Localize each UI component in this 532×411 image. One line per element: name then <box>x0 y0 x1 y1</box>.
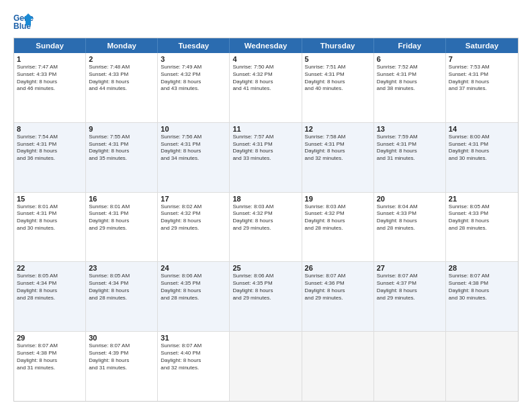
day-cell-6: 6Sunrise: 7:52 AMSunset: 4:31 PMDaylight… <box>374 53 446 122</box>
day-number: 17 <box>161 195 226 203</box>
page-header: General Blue <box>13 12 519 31</box>
day-number: 2 <box>89 55 154 63</box>
day-info: Sunrise: 7:53 AMSunset: 4:31 PMDaylight:… <box>449 64 515 93</box>
day-number: 3 <box>161 55 226 63</box>
day-number: 29 <box>17 334 83 342</box>
day-number: 25 <box>232 264 298 272</box>
day-info: Sunrise: 7:49 AMSunset: 4:32 PMDaylight:… <box>161 64 226 93</box>
day-number: 4 <box>232 55 298 63</box>
day-number: 22 <box>17 264 83 272</box>
empty-cell-4-5 <box>374 332 446 401</box>
day-cell-16: 16Sunrise: 8:01 AMSunset: 4:31 PMDayligh… <box>86 193 158 262</box>
day-cell-14: 14Sunrise: 8:00 AMSunset: 4:31 PMDayligh… <box>446 123 518 192</box>
day-cell-11: 11Sunrise: 7:57 AMSunset: 4:31 PMDayligh… <box>230 123 302 192</box>
day-number: 21 <box>449 195 515 203</box>
day-cell-13: 13Sunrise: 7:59 AMSunset: 4:31 PMDayligh… <box>374 123 446 192</box>
day-number: 11 <box>232 125 298 133</box>
day-info: Sunrise: 7:59 AMSunset: 4:31 PMDaylight:… <box>377 134 443 163</box>
day-info: Sunrise: 7:52 AMSunset: 4:31 PMDaylight:… <box>377 64 443 93</box>
calendar-row-3: 15Sunrise: 8:01 AMSunset: 4:31 PMDayligh… <box>14 192 518 262</box>
day-cell-26: 26Sunrise: 8:07 AMSunset: 4:36 PMDayligh… <box>302 262 374 331</box>
day-cell-31: 31Sunrise: 8:07 AMSunset: 4:40 PMDayligh… <box>158 332 230 401</box>
day-number: 15 <box>17 195 83 203</box>
day-number: 5 <box>305 55 371 63</box>
day-number: 24 <box>161 264 226 272</box>
day-info: Sunrise: 7:47 AMSunset: 4:33 PMDaylight:… <box>17 64 83 93</box>
day-info: Sunrise: 8:03 AMSunset: 4:32 PMDaylight:… <box>232 203 298 232</box>
day-info: Sunrise: 8:07 AMSunset: 4:39 PMDaylight:… <box>89 342 154 371</box>
day-cell-2: 2Sunrise: 7:48 AMSunset: 4:33 PMDaylight… <box>86 53 158 122</box>
day-info: Sunrise: 8:07 AMSunset: 4:36 PMDaylight:… <box>305 273 371 302</box>
day-cell-24: 24Sunrise: 8:06 AMSunset: 4:35 PMDayligh… <box>158 262 230 331</box>
day-cell-10: 10Sunrise: 7:56 AMSunset: 4:31 PMDayligh… <box>158 123 230 192</box>
day-cell-23: 23Sunrise: 8:05 AMSunset: 4:34 PMDayligh… <box>86 262 158 331</box>
day-info: Sunrise: 8:07 AMSunset: 4:38 PMDaylight:… <box>17 342 83 371</box>
day-info: Sunrise: 8:07 AMSunset: 4:37 PMDaylight:… <box>377 273 443 302</box>
header-day-thursday: Thursday <box>302 38 374 53</box>
day-cell-17: 17Sunrise: 8:02 AMSunset: 4:32 PMDayligh… <box>158 193 230 262</box>
day-info: Sunrise: 8:05 AMSunset: 4:33 PMDaylight:… <box>449 203 515 232</box>
day-cell-21: 21Sunrise: 8:05 AMSunset: 4:33 PMDayligh… <box>446 193 518 262</box>
day-cell-8: 8Sunrise: 7:54 AMSunset: 4:31 PMDaylight… <box>14 123 86 192</box>
day-number: 12 <box>305 125 371 133</box>
day-info: Sunrise: 8:01 AMSunset: 4:31 PMDaylight:… <box>17 203 83 232</box>
day-cell-18: 18Sunrise: 8:03 AMSunset: 4:32 PMDayligh… <box>230 193 302 262</box>
day-cell-7: 7Sunrise: 7:53 AMSunset: 4:31 PMDaylight… <box>446 53 518 122</box>
day-number: 28 <box>449 264 515 272</box>
day-cell-29: 29Sunrise: 8:07 AMSunset: 4:38 PMDayligh… <box>14 332 86 401</box>
day-number: 6 <box>377 55 443 63</box>
day-cell-3: 3Sunrise: 7:49 AMSunset: 4:32 PMDaylight… <box>158 53 230 122</box>
day-number: 10 <box>161 125 226 133</box>
day-cell-20: 20Sunrise: 8:04 AMSunset: 4:33 PMDayligh… <box>374 193 446 262</box>
header-day-sunday: Sunday <box>14 38 86 53</box>
header-day-saturday: Saturday <box>446 38 518 53</box>
day-number: 13 <box>377 125 443 133</box>
day-info: Sunrise: 7:56 AMSunset: 4:31 PMDaylight:… <box>161 134 226 163</box>
calendar-page: General Blue SundayMondayTuesdayWednesda… <box>0 0 532 411</box>
day-cell-9: 9Sunrise: 7:55 AMSunset: 4:31 PMDaylight… <box>86 123 158 192</box>
logo-icon: General Blue <box>13 12 34 31</box>
day-cell-5: 5Sunrise: 7:51 AMSunset: 4:31 PMDaylight… <box>302 53 374 122</box>
empty-cell-4-6 <box>446 332 518 401</box>
day-number: 1 <box>17 55 83 63</box>
day-info: Sunrise: 8:04 AMSunset: 4:33 PMDaylight:… <box>377 203 443 232</box>
day-info: Sunrise: 8:05 AMSunset: 4:34 PMDaylight:… <box>89 273 154 302</box>
logo: General Blue <box>13 12 36 31</box>
day-info: Sunrise: 8:06 AMSunset: 4:35 PMDaylight:… <box>161 273 226 302</box>
day-number: 27 <box>377 264 443 272</box>
calendar-row-4: 22Sunrise: 8:05 AMSunset: 4:34 PMDayligh… <box>14 261 518 331</box>
day-info: Sunrise: 7:50 AMSunset: 4:32 PMDaylight:… <box>232 64 298 93</box>
day-info: Sunrise: 8:07 AMSunset: 4:38 PMDaylight:… <box>449 273 515 302</box>
day-cell-12: 12Sunrise: 7:58 AMSunset: 4:31 PMDayligh… <box>302 123 374 192</box>
calendar-row-1: 1Sunrise: 7:47 AMSunset: 4:33 PMDaylight… <box>14 53 518 122</box>
day-info: Sunrise: 8:03 AMSunset: 4:32 PMDaylight:… <box>305 203 371 232</box>
day-number: 16 <box>89 195 154 203</box>
empty-cell-4-4 <box>302 332 374 401</box>
day-cell-25: 25Sunrise: 8:06 AMSunset: 4:35 PMDayligh… <box>230 262 302 331</box>
day-number: 8 <box>17 125 83 133</box>
day-cell-15: 15Sunrise: 8:01 AMSunset: 4:31 PMDayligh… <box>14 193 86 262</box>
header-day-tuesday: Tuesday <box>158 38 230 53</box>
day-info: Sunrise: 7:58 AMSunset: 4:31 PMDaylight:… <box>305 134 371 163</box>
day-info: Sunrise: 8:00 AMSunset: 4:31 PMDaylight:… <box>449 134 515 163</box>
day-cell-19: 19Sunrise: 8:03 AMSunset: 4:32 PMDayligh… <box>302 193 374 262</box>
header-day-monday: Monday <box>86 38 158 53</box>
day-cell-30: 30Sunrise: 8:07 AMSunset: 4:39 PMDayligh… <box>86 332 158 401</box>
day-info: Sunrise: 7:57 AMSunset: 4:31 PMDaylight:… <box>232 134 298 163</box>
day-number: 31 <box>161 334 226 342</box>
day-number: 19 <box>305 195 371 203</box>
day-info: Sunrise: 7:55 AMSunset: 4:31 PMDaylight:… <box>89 134 154 163</box>
day-number: 23 <box>89 264 154 272</box>
day-info: Sunrise: 7:51 AMSunset: 4:31 PMDaylight:… <box>305 64 371 93</box>
day-number: 20 <box>377 195 443 203</box>
header-day-wednesday: Wednesday <box>230 38 302 53</box>
calendar: SundayMondayTuesdayWednesdayThursdayFrid… <box>13 38 519 402</box>
header-day-friday: Friday <box>374 38 446 53</box>
day-cell-1: 1Sunrise: 7:47 AMSunset: 4:33 PMDaylight… <box>14 53 86 122</box>
day-cell-22: 22Sunrise: 8:05 AMSunset: 4:34 PMDayligh… <box>14 262 86 331</box>
calendar-header: SundayMondayTuesdayWednesdayThursdayFrid… <box>14 38 518 53</box>
calendar-body: 1Sunrise: 7:47 AMSunset: 4:33 PMDaylight… <box>14 53 518 401</box>
day-number: 14 <box>449 125 515 133</box>
calendar-row-5: 29Sunrise: 8:07 AMSunset: 4:38 PMDayligh… <box>14 331 518 401</box>
day-info: Sunrise: 8:01 AMSunset: 4:31 PMDaylight:… <box>89 203 154 232</box>
